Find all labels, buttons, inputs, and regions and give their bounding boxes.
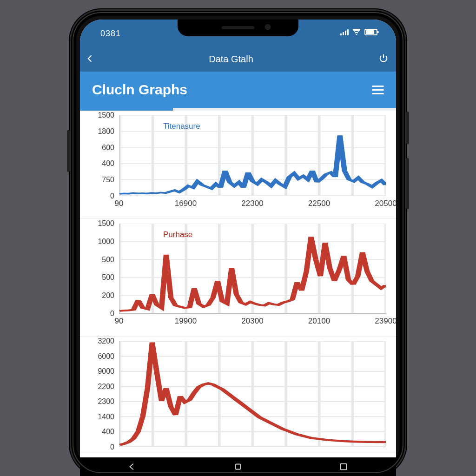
- chart-2-yticks: 150010005005002000: [80, 224, 117, 314]
- signal-icon: [340, 29, 349, 35]
- android-nav: [80, 457, 396, 476]
- chart-1: 150018006004007500 Titenasure 9016900223…: [80, 111, 396, 219]
- chart-1-xticks: 9016900223002250020500: [119, 199, 386, 213]
- page-title: Clucln Graphs: [92, 82, 187, 98]
- chart-2-plot: Purhase: [119, 224, 386, 314]
- chart-2: 150010005005002000 Purhase 9019900203002…: [80, 219, 396, 337]
- svg-rect-48: [340, 464, 346, 470]
- notch: [178, 20, 298, 36]
- svg-rect-47: [235, 464, 240, 469]
- chart-2-xticks: 9019900203002010023900: [119, 317, 386, 331]
- sub-header: Clucln Graphs: [80, 72, 396, 108]
- menu-button[interactable]: [372, 86, 384, 94]
- nav-back-icon[interactable]: [127, 462, 138, 472]
- status-time: 0381: [100, 29, 121, 39]
- side-button[interactable]: [406, 112, 409, 144]
- phone-frame: 0381 Data Gtalh Clucln Graphs 150: [70, 9, 406, 476]
- screen: 0381 Data Gtalh Clucln Graphs 150: [80, 20, 396, 476]
- power-button[interactable]: [371, 53, 396, 65]
- chart-1-yticks: 150018006004007500: [80, 115, 117, 196]
- chart-2-legend: Purhase: [163, 230, 192, 239]
- chart-3-plot: [119, 341, 386, 447]
- chart-1-legend: Titenasure: [163, 122, 200, 131]
- chart-3: 3200600090002200230014004000: [80, 337, 396, 452]
- chart-1-plot: Titenasure: [119, 115, 386, 196]
- nav-recent-icon[interactable]: [338, 462, 349, 472]
- side-button[interactable]: [67, 130, 70, 172]
- nav-bar: Data Gtalh: [80, 46, 396, 72]
- chart-3-yticks: 3200600090002200230014004000: [80, 341, 117, 447]
- nav-title: Data Gtalh: [91, 54, 371, 65]
- power-icon: [378, 53, 389, 63]
- wifi-icon: [352, 29, 361, 35]
- nav-home-icon[interactable]: [233, 462, 243, 472]
- battery-icon: [364, 29, 377, 35]
- content-area[interactable]: 150018006004007500 Titenasure 9016900223…: [80, 111, 396, 476]
- side-button[interactable]: [406, 158, 409, 209]
